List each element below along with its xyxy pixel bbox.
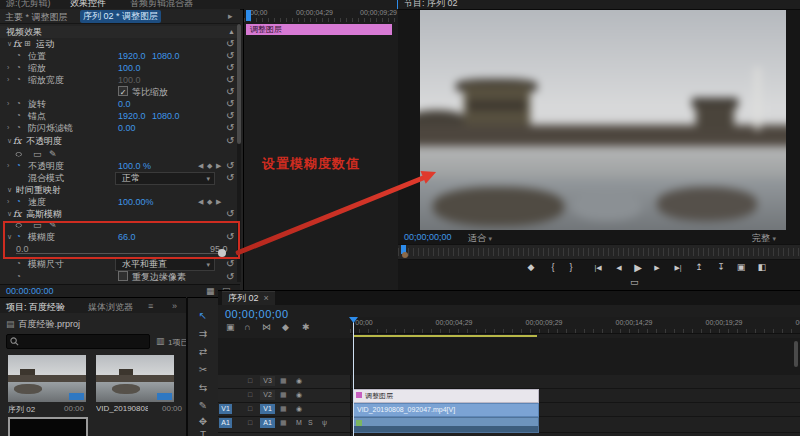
hand-tool[interactable]: ✥ <box>188 416 218 427</box>
fx-icon[interactable]: fx <box>13 38 21 50</box>
timeline-ruler[interactable]: 00;00 00;00;04;29 00;00;09;29 00;00;14;2… <box>350 317 800 334</box>
opacity-value[interactable]: 100.0 % <box>118 160 151 172</box>
panel-menu-icon[interactable]: ≡ <box>148 301 153 311</box>
reset-icon[interactable]: ↺ <box>226 135 234 147</box>
eye-icon[interactable]: ◉ <box>296 405 302 413</box>
twirl-icon[interactable]: › <box>7 196 9 208</box>
add-keyframe-icon[interactable]: ◆ <box>207 160 212 172</box>
position-x-value[interactable]: 1920.0 <box>118 50 146 62</box>
timeline-playhead[interactable] <box>353 317 354 436</box>
go-to-in-button[interactable]: |◀ <box>590 259 606 276</box>
position-y-value[interactable]: 1080.0 <box>152 50 180 62</box>
program-monitor-tab[interactable]: 节目: 序列 02 <box>404 0 458 10</box>
mark-out-button[interactable]: } <box>564 259 578 276</box>
repeat-edge-checkbox[interactable] <box>118 271 128 281</box>
reset-icon[interactable]: ↺ <box>226 110 234 122</box>
eye-icon[interactable]: ◉ <box>296 377 302 385</box>
reset-icon[interactable]: ↺ <box>226 271 234 283</box>
reset-icon[interactable]: ↺ <box>226 160 234 172</box>
mute-button[interactable]: M <box>296 419 302 426</box>
export-frame-button[interactable]: ▣ <box>734 259 748 276</box>
step-forward-button[interactable]: ▶ <box>650 259 664 276</box>
track-target-v3[interactable]: V3 <box>260 376 275 386</box>
add-marker-icon[interactable]: ◆ <box>282 322 289 332</box>
timeline-sequence-tab[interactable]: 序列 02× <box>222 291 275 305</box>
selection-tool[interactable]: ↖ <box>188 310 218 321</box>
reset-icon[interactable]: ↺ <box>226 98 234 110</box>
twirl-icon[interactable]: › <box>7 98 9 110</box>
project-bin-row[interactable]: ▤百度经验.prproj <box>6 318 80 331</box>
clip-adjustment-layer[interactable]: 调整图层 <box>353 389 539 403</box>
more-tabs-icon[interactable]: » <box>172 301 177 311</box>
reset-icon[interactable]: ↺ <box>226 258 234 270</box>
twirl-icon[interactable]: › <box>7 62 9 74</box>
work-area-bar[interactable] <box>353 335 537 337</box>
add-keyframe-icon[interactable]: ◆ <box>207 196 212 208</box>
mini-ruler[interactable] <box>244 18 398 22</box>
project-search-box[interactable] <box>6 334 150 349</box>
lock-icon[interactable]: □ <box>248 391 252 398</box>
source-patch-v1[interactable]: V1 <box>219 404 232 414</box>
ripple-edit-tool[interactable]: ⇄ <box>188 346 218 357</box>
extract-button[interactable]: ↧ <box>714 259 728 276</box>
program-timecode[interactable]: 00;00;00;00 <box>404 232 452 242</box>
comparison-view-button[interactable]: ◧ <box>754 259 770 276</box>
slip-tool[interactable]: ⇆ <box>188 382 218 393</box>
nest-toggle-icon[interactable]: ▣ <box>226 322 235 332</box>
project-item-thumbnail[interactable] <box>96 355 174 402</box>
mic-icon[interactable]: ψ <box>322 419 327 426</box>
timeline-settings-icon[interactable]: ✱ <box>302 322 310 332</box>
program-monitor-video-frame[interactable] <box>420 10 786 230</box>
stopwatch-icon[interactable]: ◔ <box>16 122 21 134</box>
project-item-thumbnail[interactable] <box>8 355 86 402</box>
twirl-icon[interactable]: ∨ <box>7 135 12 147</box>
tab-project[interactable]: 项目: 百度经验 <box>6 301 65 314</box>
fx-icon[interactable]: fx <box>13 135 21 147</box>
source-patch-a1[interactable]: A1 <box>219 418 232 428</box>
effect-controls-timecode[interactable]: 00:00:00:00 <box>6 286 54 296</box>
stopwatch-icon[interactable]: ◔ <box>16 50 21 62</box>
next-keyframe-icon[interactable]: ▶ <box>216 160 221 172</box>
reset-icon[interactable]: ↺ <box>226 50 234 62</box>
play-button[interactable]: ▶ <box>630 259 646 276</box>
timeline-timecode[interactable]: 00;00;00;00 <box>225 308 289 320</box>
track-target-v1[interactable]: V1 <box>260 404 275 414</box>
track-badge-icon[interactable]: ▦ <box>280 391 287 399</box>
razor-tool[interactable]: ✂ <box>188 364 218 375</box>
anchor-y-value[interactable]: 1080.0 <box>152 110 180 122</box>
twirl-icon[interactable]: ∨ <box>7 184 12 196</box>
previous-keyframe-icon[interactable]: ◀ <box>198 160 203 172</box>
list-view-icon[interactable]: ▥ <box>156 336 165 346</box>
linked-selection-icon[interactable]: ⋈ <box>262 322 271 332</box>
opacity-header-label[interactable]: 不透明度 <box>26 135 62 147</box>
mini-playhead[interactable] <box>246 10 251 21</box>
collapse-icon[interactable]: ▲ <box>228 26 235 38</box>
reset-icon[interactable]: ↺ <box>226 172 234 184</box>
stopwatch-icon[interactable]: ◔ <box>16 160 21 172</box>
lock-icon[interactable]: □ <box>248 377 252 384</box>
mark-in-button[interactable]: { <box>546 259 560 276</box>
lift-button[interactable]: ↥ <box>692 259 706 276</box>
step-back-button[interactable]: ◀ <box>612 259 626 276</box>
clip-audio[interactable] <box>353 417 539 433</box>
track-target-a1[interactable]: A1 <box>260 418 275 428</box>
snap-toggle-icon[interactable]: ∩ <box>244 322 250 332</box>
timeline-scrollbar[interactable] <box>794 341 798 367</box>
reset-icon[interactable]: ↺ <box>226 122 234 134</box>
rotation-value[interactable]: 0.0 <box>118 98 131 110</box>
twirl-icon[interactable]: ∨ <box>7 38 12 50</box>
blur-dimensions-dropdown[interactable]: 水平和垂直▾ <box>115 258 215 271</box>
search-input[interactable] <box>23 335 147 348</box>
track-badge-icon[interactable]: ▦ <box>280 405 287 413</box>
tab-media-browser[interactable]: 媒体浏览器 <box>88 301 133 314</box>
motion-label[interactable]: 运动 <box>36 38 54 50</box>
time-remap-label[interactable]: 时间重映射 <box>16 184 61 196</box>
stopwatch-icon[interactable]: ◔ <box>16 258 21 270</box>
solo-button[interactable]: S <box>308 419 313 426</box>
twirl-icon[interactable]: › <box>7 160 9 172</box>
clip-video[interactable]: VID_20190808_092047.mp4[V] <box>353 403 539 417</box>
pen-mask-icon[interactable]: ✎ <box>49 148 57 160</box>
track-target-v2[interactable]: V2 <box>260 390 275 400</box>
reset-icon[interactable]: ↺ <box>226 38 234 50</box>
reset-icon[interactable]: ↺ <box>226 86 234 98</box>
